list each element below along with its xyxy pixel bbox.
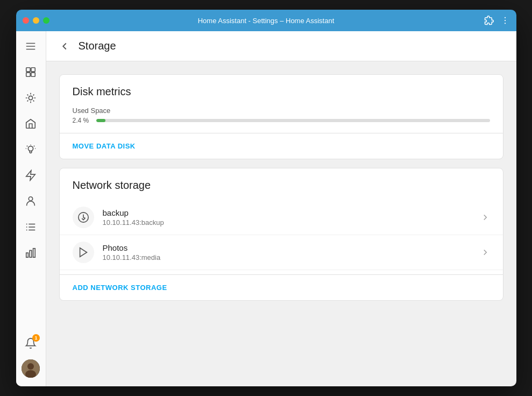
photos-storage-info: Photos 10.10.11.43:media xyxy=(103,243,480,261)
sidebar-bottom: 1 xyxy=(19,331,42,382)
energy-icon xyxy=(25,144,37,158)
sidebar-item-energy[interactable] xyxy=(19,139,42,162)
backup-storage-address: 10.10.11.43:backup xyxy=(103,218,480,227)
svg-point-27 xyxy=(26,227,27,228)
progress-bar-track xyxy=(96,119,490,122)
svg-rect-8 xyxy=(26,73,30,76)
backup-storage-name: backup xyxy=(103,208,480,217)
svg-marker-21 xyxy=(26,171,36,180)
disk-percentage: 2.4 % xyxy=(73,117,90,124)
maximize-button[interactable] xyxy=(43,17,49,24)
svg-point-22 xyxy=(29,197,32,201)
content-area: Disk metrics Used Space 2.4 % MOVE DATA … xyxy=(46,61,516,386)
svg-point-2 xyxy=(504,23,505,24)
svg-line-17 xyxy=(27,146,27,146)
sidebar-item-menu[interactable] xyxy=(19,36,42,59)
photos-storage-address: 10.10.11.43:media xyxy=(103,253,480,261)
disk-metrics-action: MOVE DATA DISK xyxy=(60,133,503,159)
puzzle-icon[interactable] xyxy=(484,16,494,25)
traffic-lights xyxy=(23,17,49,24)
window-title: Home Assistant - Settings – Home Assista… xyxy=(198,17,335,25)
svg-point-1 xyxy=(504,20,505,21)
add-network-storage-button[interactable]: ADD NETWORK STORAGE xyxy=(66,279,174,296)
back-button[interactable] xyxy=(55,37,74,56)
devices-icon xyxy=(25,92,37,106)
svg-rect-31 xyxy=(33,249,36,258)
page-title: Storage xyxy=(79,40,116,52)
svg-point-33 xyxy=(27,363,34,370)
menu-icon xyxy=(25,40,37,54)
used-space-label: Used Space xyxy=(73,107,490,115)
network-storage-header: Network storage xyxy=(60,168,503,200)
avatar[interactable] xyxy=(22,359,40,378)
main-area: Storage Disk metrics Used Space 2.4 % xyxy=(46,31,516,386)
svg-rect-6 xyxy=(26,68,30,72)
notifications-button[interactable]: 1 xyxy=(19,331,42,355)
person-icon xyxy=(25,195,37,209)
move-data-disk-button[interactable]: MOVE DATA DISK xyxy=(66,138,142,154)
home-icon xyxy=(25,118,37,132)
svg-rect-29 xyxy=(26,253,29,257)
sidebar-top xyxy=(19,36,42,331)
disk-metrics-title: Disk metrics xyxy=(73,86,490,98)
svg-rect-30 xyxy=(30,250,32,257)
storage-item-backup[interactable]: backup 10.10.11.43:backup xyxy=(60,200,503,235)
backup-storage-chevron xyxy=(480,213,490,222)
disk-metrics-content: Used Space 2.4 % xyxy=(60,107,503,133)
history-icon xyxy=(25,247,37,261)
disk-metrics-header: Disk metrics xyxy=(60,75,503,107)
more-vertical-icon[interactable] xyxy=(500,16,510,25)
svg-point-0 xyxy=(504,17,505,18)
svg-marker-35 xyxy=(80,248,87,257)
topbar: Storage xyxy=(46,31,516,61)
network-storage-title: Network storage xyxy=(73,179,490,192)
sidebar-item-devices[interactable] xyxy=(19,87,42,111)
storage-list: backup 10.10.11.43:backup xyxy=(60,200,503,274)
svg-rect-9 xyxy=(31,73,35,76)
network-storage-card: Network storage xyxy=(59,168,503,301)
lightning-icon xyxy=(25,169,37,183)
backup-storage-icon xyxy=(73,207,94,228)
svg-point-15 xyxy=(28,146,33,151)
sidebar: 1 xyxy=(16,31,46,386)
storage-item-photos[interactable]: Photos 10.10.11.43:media xyxy=(60,235,503,270)
network-storage-action: ADD NETWORK STORAGE xyxy=(60,274,503,300)
backup-storage-info: backup 10.10.11.43:backup xyxy=(103,208,480,227)
svg-line-20 xyxy=(34,146,34,146)
minimize-button[interactable] xyxy=(33,17,39,24)
dashboard-icon xyxy=(25,66,37,80)
svg-point-10 xyxy=(29,96,32,100)
photos-storage-icon xyxy=(73,242,94,263)
avatar-image xyxy=(22,359,40,378)
sidebar-item-dashboard[interactable] xyxy=(19,61,42,85)
app-container: 1 xyxy=(16,31,516,386)
titlebar-actions xyxy=(484,16,510,25)
photos-storage-chevron xyxy=(480,247,490,257)
list-icon xyxy=(25,221,37,235)
svg-rect-7 xyxy=(31,68,35,72)
sidebar-item-logbook[interactable] xyxy=(19,216,42,240)
sidebar-item-automations[interactable] xyxy=(19,165,42,188)
close-button[interactable] xyxy=(23,17,29,24)
browser-window: Home Assistant - Settings – Home Assista… xyxy=(16,10,516,386)
sidebar-item-history[interactable] xyxy=(19,242,42,266)
notification-badge: 1 xyxy=(32,334,40,342)
photos-storage-name: Photos xyxy=(103,243,480,252)
titlebar: Home Assistant - Settings – Home Assista… xyxy=(16,10,516,31)
progress-row: 2.4 % xyxy=(73,117,490,124)
disk-metrics-card: Disk metrics Used Space 2.4 % MOVE DATA … xyxy=(59,74,503,159)
svg-point-28 xyxy=(26,230,27,231)
sidebar-item-home[interactable] xyxy=(19,113,42,137)
sidebar-item-person[interactable] xyxy=(19,190,42,214)
progress-bar-fill xyxy=(96,119,106,122)
svg-point-26 xyxy=(26,224,27,225)
